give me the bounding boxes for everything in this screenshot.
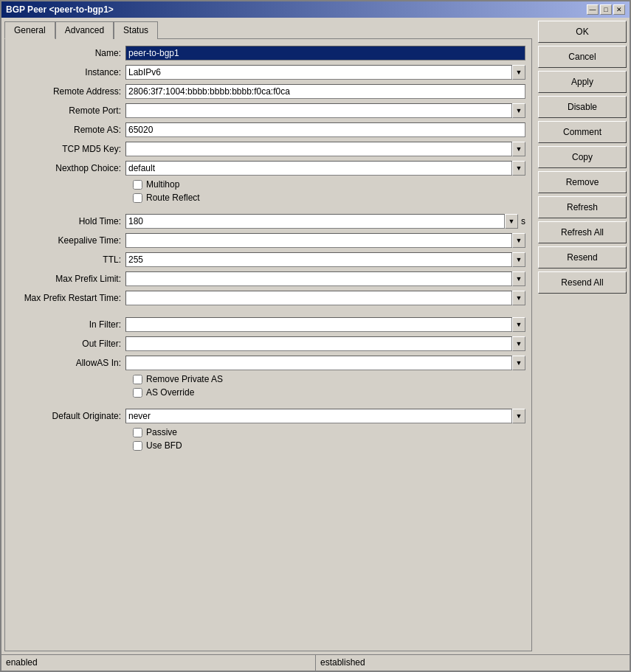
keepalive-time-input[interactable] xyxy=(125,233,512,248)
hold-time-row: Hold Time: ▼ s xyxy=(11,213,525,229)
max-prefix-limit-dropdown-btn[interactable]: ▼ xyxy=(512,271,525,286)
disable-button[interactable]: Disable xyxy=(538,96,627,118)
remove-private-as-label: Remove Private AS xyxy=(146,374,223,384)
allowas-in-input[interactable] xyxy=(125,356,512,370)
tab-status[interactable]: Status xyxy=(114,21,158,39)
title-bar: BGP Peer <peer-to-bgp1> — □ ✕ xyxy=(1,1,630,18)
comment-button[interactable]: Comment xyxy=(538,121,627,143)
route-reflect-checkbox[interactable] xyxy=(133,193,142,203)
remote-as-input[interactable] xyxy=(125,122,525,137)
as-override-row: AS Override xyxy=(11,387,525,398)
in-filter-field-group: ▼ xyxy=(125,317,525,332)
max-prefix-restart-time-dropdown-btn[interactable]: ▼ xyxy=(512,291,525,305)
remove-button[interactable]: Remove xyxy=(538,171,627,193)
tcp-md5-field-group: ▼ xyxy=(125,142,525,156)
max-prefix-restart-time-input[interactable] xyxy=(125,291,512,305)
main-panel: General Advanced Status Name: Insta xyxy=(1,18,535,654)
ok-button[interactable]: OK xyxy=(538,21,627,43)
minimize-button[interactable]: — xyxy=(587,4,599,15)
remote-address-input[interactable] xyxy=(125,84,525,99)
tab-general[interactable]: General xyxy=(4,21,55,39)
as-override-label: AS Override xyxy=(146,387,194,398)
max-prefix-restart-time-row: Max Prefix Restart Time: ▼ xyxy=(11,290,525,306)
max-prefix-limit-input[interactable] xyxy=(125,271,512,286)
remove-private-as-checkbox[interactable] xyxy=(133,375,142,384)
close-button[interactable]: ✕ xyxy=(613,4,625,15)
tcp-md5-label: TCP MD5 Key: xyxy=(11,144,125,154)
default-originate-field-group: ▼ xyxy=(125,409,525,423)
nexthop-choice-field-group: ▼ xyxy=(125,161,525,176)
out-filter-dropdown-btn[interactable]: ▼ xyxy=(512,336,525,351)
out-filter-input[interactable] xyxy=(125,336,512,351)
name-row: Name: xyxy=(11,45,525,61)
multihop-checkbox[interactable] xyxy=(133,180,142,190)
remote-port-field-group: ▼ xyxy=(125,103,525,118)
in-filter-dropdown-btn[interactable]: ▼ xyxy=(512,317,525,332)
remote-port-label: Remote Port: xyxy=(11,105,125,116)
name-label: Name: xyxy=(11,48,125,58)
passive-checkbox[interactable] xyxy=(133,428,142,437)
allowas-in-field-group: ▼ xyxy=(125,356,525,370)
tcp-md5-input[interactable] xyxy=(125,142,512,156)
default-originate-dropdown-btn[interactable]: ▼ xyxy=(512,409,525,423)
remote-address-label: Remote Address: xyxy=(11,86,125,97)
bgp-peer-window: BGP Peer <peer-to-bgp1> — □ ✕ General Ad… xyxy=(0,0,631,672)
allowas-in-row: AllowAS In: ▼ xyxy=(11,355,525,371)
default-originate-input[interactable] xyxy=(125,409,512,423)
status-enabled: enabled xyxy=(1,655,316,671)
route-reflect-label: Route Reflect xyxy=(146,193,200,203)
instance-input[interactable] xyxy=(125,65,512,80)
refresh-button[interactable]: Refresh xyxy=(538,196,627,218)
content-area: General Advanced Status Name: Insta xyxy=(1,18,630,654)
in-filter-label: In Filter: xyxy=(11,319,125,330)
ttl-dropdown-btn[interactable]: ▼ xyxy=(512,252,525,267)
keepalive-time-field-group: ▼ xyxy=(125,233,525,248)
remote-as-label: Remote AS: xyxy=(11,125,125,135)
ttl-row: TTL: ▼ xyxy=(11,252,525,268)
apply-button[interactable]: Apply xyxy=(538,71,627,93)
instance-row: Instance: ▼ xyxy=(11,64,525,80)
instance-field-group: ▼ xyxy=(125,65,525,80)
tab-advanced[interactable]: Advanced xyxy=(55,21,114,39)
resend-button[interactable]: Resend xyxy=(538,246,627,269)
refresh-all-button[interactable]: Refresh All xyxy=(538,221,627,243)
hold-time-dropdown-btn[interactable]: ▼ xyxy=(505,214,518,229)
remove-private-as-row: Remove Private AS xyxy=(11,374,525,384)
default-originate-row: Default Originate: ▼ xyxy=(11,408,525,424)
cancel-button[interactable]: Cancel xyxy=(538,46,627,68)
name-input[interactable] xyxy=(125,46,525,60)
instance-dropdown-btn[interactable]: ▼ xyxy=(512,65,525,80)
allowas-in-dropdown-btn[interactable]: ▼ xyxy=(512,356,525,370)
ttl-input[interactable] xyxy=(125,252,512,267)
use-bfd-checkbox[interactable] xyxy=(133,441,142,451)
hold-time-input[interactable] xyxy=(125,214,505,229)
remote-port-input[interactable] xyxy=(125,103,512,118)
tab-bar: General Advanced Status xyxy=(4,21,532,38)
ttl-field-group: ▼ xyxy=(125,252,525,267)
max-prefix-limit-label: Max Prefix Limit: xyxy=(11,274,125,284)
in-filter-input[interactable] xyxy=(125,317,512,332)
remote-port-row: Remote Port: ▼ xyxy=(11,103,525,119)
hold-time-label: Hold Time: xyxy=(11,216,125,226)
instance-label: Instance: xyxy=(11,67,125,77)
use-bfd-row: Use BFD xyxy=(11,440,525,451)
maximize-button[interactable]: □ xyxy=(600,4,612,15)
tcp-md5-dropdown-btn[interactable]: ▼ xyxy=(512,142,525,156)
hold-time-unit: s xyxy=(518,216,525,226)
max-prefix-limit-field-group: ▼ xyxy=(125,271,525,286)
remote-as-row: Remote AS: xyxy=(11,122,525,138)
as-override-checkbox[interactable] xyxy=(133,388,142,398)
title-bar-buttons: — □ ✕ xyxy=(587,4,625,15)
nexthop-choice-input[interactable] xyxy=(125,161,512,176)
out-filter-label: Out Filter: xyxy=(11,339,125,349)
copy-button[interactable]: Copy xyxy=(538,146,627,168)
remote-address-row: Remote Address: xyxy=(11,83,525,100)
out-filter-field-group: ▼ xyxy=(125,336,525,351)
keepalive-time-dropdown-btn[interactable]: ▼ xyxy=(512,233,525,248)
nexthop-choice-dropdown-btn[interactable]: ▼ xyxy=(512,161,525,176)
use-bfd-label: Use BFD xyxy=(146,440,182,451)
remote-port-dropdown-btn[interactable]: ▼ xyxy=(512,103,525,118)
keepalive-time-row: Keepalive Time: ▼ xyxy=(11,232,525,249)
resend-all-button[interactable]: Resend All xyxy=(538,271,627,294)
tcp-md5-row: TCP MD5 Key: ▼ xyxy=(11,141,525,157)
